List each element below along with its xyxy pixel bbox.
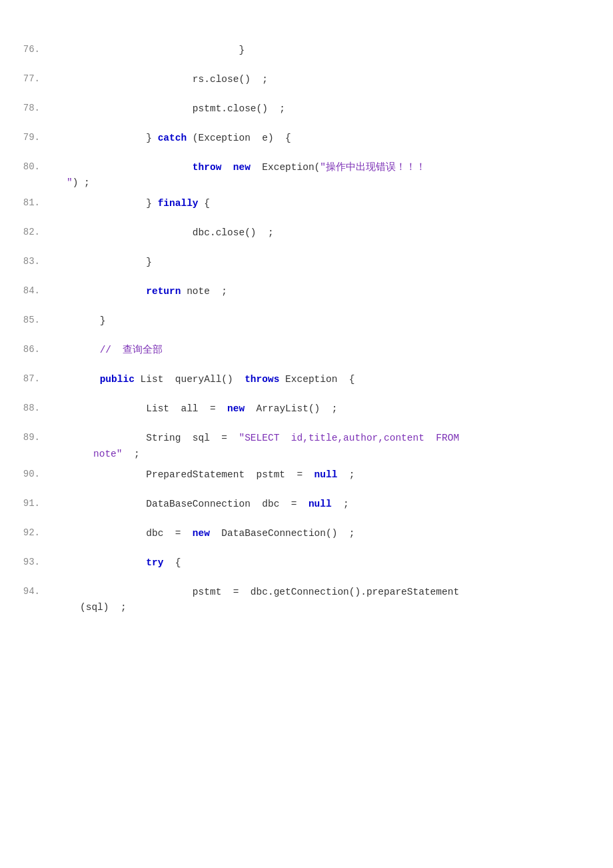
line-number-93: 93. [0,555,53,567]
code-line-89: 89. String sql = "SELECT id,title,author… [0,428,613,464]
line-content-82: dbc.close() ; [53,225,613,241]
line-number-77: 77. [0,72,53,84]
code-container: 76. } 77. rs.close() ; 78. pstmt.close()… [0,27,613,868]
code-line-80: 80. throw new Exception("操作中出现错误！！！ ") ; [0,157,613,193]
line-number-79: 79. [0,131,53,143]
line-number-88: 88. [0,401,53,413]
line-content-86: // 查询全部 [53,343,613,358]
line-number-89: 89. [0,431,53,443]
string-chinese: "操作中出现错误！！！ [320,162,426,173]
line-content-93: try { [53,555,613,571]
code-line-93: 93. try { [0,553,613,582]
keyword-return: return [146,286,181,297]
line-number-91: 91. [0,497,53,509]
keyword-new-92: new [193,528,210,539]
keyword-try: try [146,557,163,568]
code-line-77: 77. rs.close() ; [0,69,613,99]
code-line-76: 76. } [0,40,613,69]
line-content-84: return note ; [53,284,613,299]
line-number-92: 92. [0,526,53,538]
code-line-78: 78. pstmt.close() ; [0,99,613,128]
keyword-null-91: null [308,499,332,509]
code-line-91: 91. DataBaseConnection dbc = null ; [0,494,613,523]
line-number-78: 78. [0,101,53,113]
string-note: note" [93,449,123,459]
line-number-83: 83. [0,255,53,267]
line-number-86: 86. [0,343,53,355]
line-content-89b: note" ; [53,447,613,462]
line-content-76: } [53,43,613,58]
line-content-88: List all = new ArrayList() ; [53,401,613,417]
line-content-91: DataBaseConnection dbc = null ; [53,497,613,512]
line-content-78: pstmt.close() ; [53,101,613,117]
string-close: " [67,177,73,188]
line-number-85: 85. [0,313,53,325]
line-content-80: throw new Exception("操作中出现错误！！！ [53,160,613,175]
line-content-77: rs.close() ; [53,72,613,87]
code-line-83: 83. } [0,252,613,281]
string-select: "SELECT id,title,author,content FROM [239,433,459,443]
line-content-85: } [53,313,613,329]
keyword-finally: finally [158,198,199,209]
line-content-81: } finally { [53,196,613,211]
code-line-94: 94. pstmt = dbc.getConnection().prepareS… [0,582,613,618]
line-content-94b: (sql) ; [53,600,613,615]
code-line-86: 86. // 查询全部 [0,340,613,369]
line-number-76: 76. [0,43,53,55]
code-line-81: 81. } finally { [0,193,613,223]
keyword-new-88: new [227,403,245,414]
code-line-82: 82. dbc.close() ; [0,223,613,252]
code-line-85: 85. } [0,311,613,340]
line-content-80b: ") ; [53,175,613,191]
keyword-throw: throw [193,162,222,173]
line-content-83: } [53,255,613,270]
line-number-94: 94. [0,585,53,597]
line-number-82: 82. [0,225,53,237]
line-content-89: String sql = "SELECT id,title,author,con… [53,431,613,446]
line-number-90: 90. [0,467,53,479]
code-line-79: 79. } catch (Exception e) { [0,128,613,157]
line-content-87: public List queryAll() throws Exception … [53,372,613,387]
code-line-92: 92. dbc = new DataBaseConnection() ; [0,523,613,553]
line-content-90: PreparedStatement pstmt = null ; [53,467,613,483]
line-content-94: pstmt = dbc.getConnection().prepareState… [53,585,613,600]
code-line-90: 90. PreparedStatement pstmt = null ; [0,465,613,494]
comment-86: // 查询全部 [53,345,163,355]
code-line-88: 88. List all = new ArrayList() ; [0,399,613,428]
keyword-public-87: public [100,374,135,385]
keyword-throws: throws [245,374,279,385]
line-number-84: 84. [0,284,53,296]
keyword-new-80: new [233,162,251,173]
line-content-79: } catch (Exception e) { [53,131,613,146]
line-content-92: dbc = new DataBaseConnection() ; [53,526,613,541]
line-number-81: 81. [0,196,53,208]
line-number-80: 80. [0,160,53,172]
line-number-87: 87. [0,372,53,384]
code-line-87: 87. public List queryAll() throws Except… [0,369,613,399]
keyword-catch: catch [158,133,187,143]
keyword-null-90: null [314,469,338,480]
code-line-84: 84. return note ; [0,281,613,311]
